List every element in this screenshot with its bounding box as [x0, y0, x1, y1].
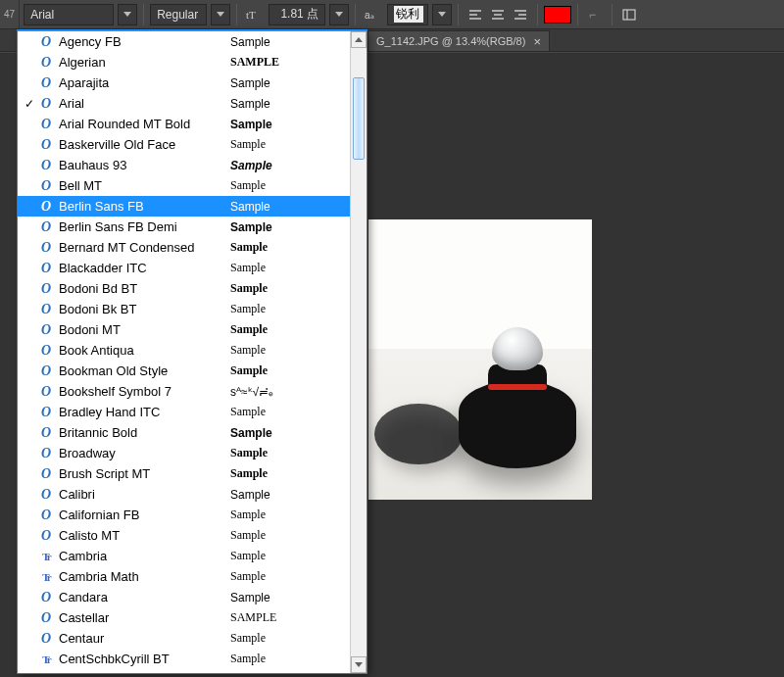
font-size-dropdown-arrow[interactable]	[329, 4, 349, 25]
font-row[interactable]: OAparajitaSample	[18, 73, 350, 93]
opentype-glyph-icon: O	[37, 631, 55, 647]
font-sample-label: Sample	[230, 488, 350, 502]
font-sample-label: Sample	[230, 528, 350, 543]
truetype-glyph-icon: Tr	[37, 551, 55, 562]
font-sample-label: sᴬ≈ᵏ√≓ₑ	[230, 385, 350, 399]
scroll-up-button[interactable]	[351, 31, 367, 48]
font-row[interactable]: OCentaurSample	[18, 628, 350, 649]
font-row[interactable]: OBook AntiquaSample	[18, 340, 350, 361]
font-name-label: Calibri	[55, 487, 230, 502]
font-sample-label: Sample	[230, 220, 350, 234]
font-name-label: Bauhaus 93	[55, 158, 230, 172]
font-row[interactable]: OBernard MT CondensedSample	[18, 237, 350, 258]
font-sample-label: Sample	[230, 118, 350, 131]
font-name-label: Castellar	[55, 610, 230, 625]
font-size-combo[interactable]: 1.81 点	[269, 4, 325, 25]
font-row[interactable]: OAgency FBSample	[18, 31, 350, 52]
font-name-label: Bernard MT Condensed	[55, 240, 230, 255]
font-list-scrollbar[interactable]	[350, 31, 367, 673]
font-name-label: Bodoni MT	[55, 322, 230, 337]
opentype-glyph-icon: O	[37, 199, 55, 215]
font-row[interactable]: OBauhaus 93Sample	[18, 155, 350, 175]
font-sample-label: Sample	[230, 322, 350, 337]
font-sample-label: Sample	[230, 240, 350, 255]
opentype-glyph-icon: O	[37, 487, 55, 503]
font-family-combo[interactable]: Arial	[24, 4, 114, 25]
opentype-glyph-icon: O	[37, 363, 55, 379]
text-options-toolbar: 47 Arial Regular tT 1.81 点 aₐ 锐利 ⌐	[0, 0, 784, 29]
font-row[interactable]: TrCambriaSample	[18, 546, 350, 566]
scroll-thumb[interactable]	[353, 77, 365, 160]
font-name-label: Berlin Sans FB	[55, 199, 230, 214]
font-style-dropdown-arrow[interactable]	[211, 4, 230, 25]
antialias-combo[interactable]: 锐利	[387, 4, 428, 25]
align-left-button[interactable]	[465, 4, 486, 25]
font-sample-label: Sample	[230, 261, 350, 275]
font-row[interactable]: OBell MTSample	[18, 175, 350, 196]
font-name-label: Centaur	[55, 631, 230, 646]
antialias-dropdown-arrow[interactable]	[432, 4, 452, 25]
font-row[interactable]: OCalifornian FBSample	[18, 505, 350, 525]
font-row[interactable]: OBodoni Bk BTSample	[18, 299, 350, 319]
font-name-label: Algerian	[55, 55, 230, 70]
opentype-glyph-icon: O	[37, 405, 55, 420]
align-right-button[interactable]	[510, 4, 531, 25]
font-name-label: Bookman Old Style	[55, 363, 230, 378]
font-row[interactable]: OBradley Hand ITCSample	[18, 402, 350, 422]
font-row[interactable]: OBrush Script MTSample	[18, 463, 350, 484]
font-row[interactable]: OBritannic BoldSample	[18, 422, 350, 443]
font-row[interactable]: OBaskerville Old FaceSample	[18, 134, 350, 155]
warp-text-icon[interactable]: ⌐	[584, 4, 606, 25]
font-sample-label: Sample	[230, 426, 350, 440]
opentype-glyph-icon: O	[37, 117, 55, 132]
font-sample-label: Sample	[230, 281, 350, 296]
font-name-label: Aparajita	[55, 75, 230, 90]
font-row[interactable]: OCastellarSAMPLE	[18, 607, 350, 628]
close-icon[interactable]: ×	[533, 35, 541, 48]
align-center-button[interactable]	[487, 4, 509, 25]
font-row[interactable]: OCalisto MTSample	[18, 525, 350, 546]
font-name-label: Britannic Bold	[55, 425, 230, 440]
font-row[interactable]: OAlgerianSAMPLE	[18, 52, 350, 73]
svg-text:⌐: ⌐	[589, 8, 596, 22]
font-name-label: Brush Script MT	[55, 466, 230, 481]
truetype-glyph-icon: Tr	[37, 571, 55, 583]
font-name-label: Blackadder ITC	[55, 261, 230, 275]
font-row[interactable]: OCalibriSample	[18, 484, 350, 505]
edge-label: 47	[4, 0, 20, 28]
scroll-down-button[interactable]	[351, 656, 367, 673]
font-row[interactable]: OArial Rounded MT BoldSample	[18, 114, 350, 134]
font-family-value: Arial	[30, 8, 109, 22]
font-sample-label: Sample	[230, 549, 350, 563]
font-name-label: Bodoni Bk BT	[55, 302, 230, 316]
font-row[interactable]: OBerlin Sans FB DemiSample	[18, 217, 350, 237]
opentype-glyph-icon: O	[37, 261, 55, 276]
font-row[interactable]: OBodoni Bd BTSample	[18, 278, 350, 299]
font-sample-label: Sample	[230, 200, 350, 214]
panel-toggle-icon[interactable]	[618, 4, 640, 25]
font-list[interactable]: OAgency FBSampleOAlgerianSAMPLEOAparajit…	[18, 31, 350, 673]
text-color-swatch[interactable]	[544, 6, 571, 24]
font-row[interactable]: OBodoni MTSample	[18, 319, 350, 340]
font-row[interactable]: OCandaraSample	[18, 587, 350, 607]
font-row[interactable]: OBookshelf Symbol 7sᴬ≈ᵏ√≓ₑ	[18, 381, 350, 402]
toolbar-divider	[537, 4, 538, 25]
font-row[interactable]: ✓OArialSample	[18, 93, 350, 114]
font-sample-label: Sample	[230, 446, 350, 460]
opentype-glyph-icon: O	[37, 528, 55, 544]
font-sample-label: Sample	[230, 569, 350, 584]
font-name-label: Book Antiqua	[55, 343, 230, 358]
font-row[interactable]: TrCentSchbkCyrill BTSample	[18, 649, 350, 669]
toolbar-divider	[458, 4, 459, 25]
font-family-dropdown-arrow[interactable]	[118, 4, 137, 25]
document-tab[interactable]: G_1142.JPG @ 13.4%(RGB/8) ×	[368, 30, 550, 51]
font-row[interactable]: TrCambria MathSample	[18, 566, 350, 587]
toolbar-divider	[143, 4, 144, 25]
font-row[interactable]: OBookman Old StyleSample	[18, 361, 350, 381]
font-style-combo[interactable]: Regular	[150, 4, 207, 25]
font-row[interactable]: OBroadwaySample	[18, 443, 350, 463]
font-sample-label: Sample	[230, 137, 350, 152]
font-row[interactable]: OBerlin Sans FBSample	[18, 196, 350, 217]
font-row[interactable]: OBlackadder ITCSample	[18, 258, 350, 278]
opentype-glyph-icon: O	[37, 55, 55, 71]
